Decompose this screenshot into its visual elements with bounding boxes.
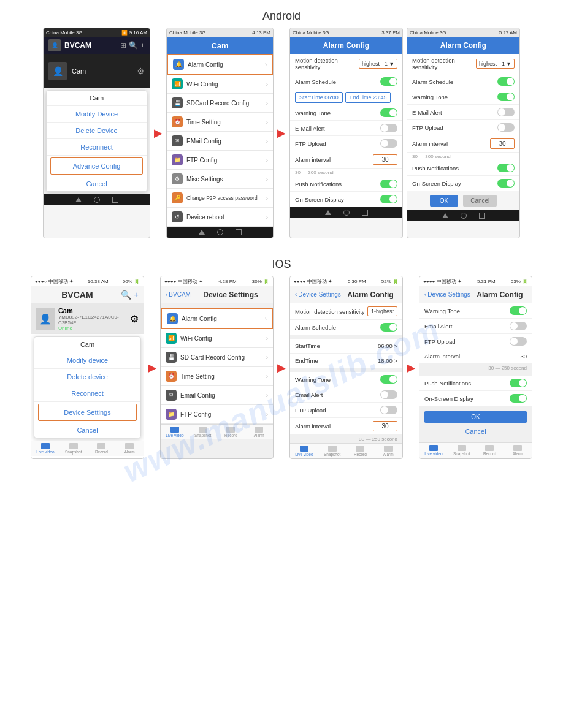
recent-btn-a4[interactable] bbox=[479, 213, 485, 219]
back-btn-a4[interactable] bbox=[442, 213, 448, 218]
back-ios-4[interactable]: ‹ Device Settings bbox=[424, 291, 470, 298]
start-time-btn-a3[interactable]: StartTime 06:00 bbox=[295, 92, 343, 103]
recent-btn-a2[interactable] bbox=[236, 229, 242, 235]
recent-btn-a1[interactable] bbox=[112, 197, 118, 203]
popup-reconnect-a1[interactable]: Reconnect bbox=[47, 139, 147, 156]
email-toggle-ios-4[interactable] bbox=[510, 322, 527, 330]
list-item-p2p-a2[interactable]: 🔑 Change P2P access password › bbox=[167, 189, 273, 208]
cancel-btn-ios-4[interactable]: Cancel bbox=[460, 425, 491, 438]
ios-tab-record-3[interactable]: Record bbox=[347, 444, 375, 458]
warning-toggle-ios-4[interactable] bbox=[510, 306, 527, 315]
list-alarm-ios-2[interactable]: 🔔 Alarm Config › bbox=[161, 308, 273, 329]
push-toggle-a4[interactable] bbox=[497, 164, 515, 172]
ios-tab-live-3[interactable]: Live video bbox=[290, 444, 318, 458]
ios-tab-snap-1[interactable]: Snapshot bbox=[59, 441, 88, 456]
ios-tab-live-4[interactable]: Live video bbox=[419, 443, 448, 458]
sensitivity-val-3[interactable]: 1-highest bbox=[367, 306, 397, 316]
list-time-ios-2[interactable]: ⏰ Time Setting › bbox=[161, 367, 273, 386]
list-email-ios-2[interactable]: ✉ Email Config › bbox=[161, 386, 273, 405]
list-item-reboot-a2[interactable]: ↺ Device reboot › bbox=[167, 208, 273, 227]
ios-tab-snap-4[interactable]: Snapshot bbox=[448, 443, 476, 458]
popup-advance-a1[interactable]: Advance Config bbox=[50, 157, 143, 175]
back-btn-a2[interactable] bbox=[199, 230, 205, 235]
popup-cancel-a1[interactable]: Cancel bbox=[47, 176, 147, 191]
ios-tab-record-2[interactable]: Record bbox=[217, 425, 245, 439]
ios-tab-alarm-2[interactable]: Alarm bbox=[245, 425, 273, 439]
ftp-toggle-a3[interactable] bbox=[380, 139, 397, 148]
add-ios-1[interactable]: + bbox=[134, 290, 139, 300]
ios-tab-alarm-4[interactable]: Alarm bbox=[504, 443, 532, 458]
warning-toggle-ios-3[interactable] bbox=[380, 375, 397, 384]
email-toggle-ios-3[interactable] bbox=[380, 390, 397, 399]
list-item-sd-a2[interactable]: 💾 SDCard Record Config › bbox=[167, 94, 273, 113]
push-toggle-a3[interactable] bbox=[380, 180, 397, 188]
settings-gear-ios-1[interactable]: ⚙ bbox=[130, 313, 139, 325]
home-btn-a2[interactable] bbox=[217, 229, 223, 235]
list-wifi-ios-2[interactable]: 📶 WiFi Config › bbox=[161, 329, 273, 348]
ok-btn-a4[interactable]: OK bbox=[430, 195, 458, 207]
ios-tab-alarm-3[interactable]: Alarm bbox=[374, 444, 402, 458]
list-item-time-a2[interactable]: ⏰ Time Setting › bbox=[167, 113, 273, 132]
list-item-ftp-a2[interactable]: 📁 FTP Config › bbox=[167, 151, 273, 170]
status-bar-a4: China Mobile 3G 5:27 AM bbox=[407, 28, 519, 37]
popup-reconnect-ios-1[interactable]: Reconnect bbox=[34, 385, 140, 402]
popup-delete-a1[interactable]: Delete Device bbox=[47, 123, 147, 139]
home-btn-a3[interactable] bbox=[343, 210, 350, 216]
starttime-val-3[interactable]: 06:00 > bbox=[378, 343, 397, 349]
popup-modify-ios-1[interactable]: Modify device bbox=[34, 352, 140, 369]
end-time-btn-a3[interactable]: EndTime 23:45 bbox=[345, 92, 391, 103]
endtime-val-3[interactable]: 18:00 > bbox=[378, 357, 397, 364]
popup-delete-ios-1[interactable]: Delete device bbox=[34, 369, 140, 385]
interval-input-ios-3[interactable] bbox=[373, 421, 397, 431]
cancel-btn-a4[interactable]: Cancel bbox=[463, 195, 497, 207]
push-toggle-ios-4[interactable] bbox=[510, 379, 527, 387]
ios-tab-snap-3[interactable]: Snapshot bbox=[318, 444, 347, 458]
ftp-toggle-ios-3[interactable] bbox=[380, 406, 397, 414]
ios-tab-live-1[interactable]: Live video bbox=[31, 441, 59, 456]
list-sd-ios-2[interactable]: 💾 SD Card Record Config › bbox=[161, 348, 273, 367]
ios-tab-record-4[interactable]: Record bbox=[476, 443, 504, 458]
search-ios-1[interactable]: 🔍 bbox=[121, 290, 131, 300]
back-btn-a3[interactable] bbox=[325, 210, 331, 215]
list-item-wifi-a2[interactable]: 📶 WiFi Config › bbox=[167, 75, 273, 94]
list-item-email-a2[interactable]: ✉ EMail Config › bbox=[167, 132, 273, 151]
popup-cancel-ios-1[interactable]: Cancel bbox=[34, 423, 140, 438]
ios-tab-alarm-1[interactable]: Alarm bbox=[115, 441, 144, 456]
schedule-toggle-ios-3[interactable] bbox=[380, 323, 397, 332]
grid-icon-a1[interactable]: ⊞ bbox=[120, 41, 126, 50]
email-toggle-a4[interactable] bbox=[497, 108, 515, 116]
list-ftp-ios-2[interactable]: 📁 FTP Config › bbox=[161, 405, 273, 424]
popup-modify-a1[interactable]: Modify Device bbox=[47, 106, 147, 123]
bell-icon-ios-2: 🔔 bbox=[167, 313, 178, 324]
home-btn-a4[interactable] bbox=[461, 213, 467, 219]
gear-a1[interactable]: ⚙ bbox=[137, 66, 145, 76]
ftp-toggle-a4[interactable] bbox=[497, 123, 515, 132]
interval-input-a3[interactable] bbox=[373, 154, 397, 165]
list-item-misc-a2[interactable]: ⚙ Misc Settings › bbox=[167, 170, 273, 189]
search-icon-a1[interactable]: 🔍 bbox=[129, 41, 138, 50]
email-toggle-a3[interactable] bbox=[380, 124, 397, 132]
ios-tab-snap-2[interactable]: Snapshot bbox=[189, 425, 217, 439]
back-btn-a1[interactable] bbox=[75, 197, 82, 202]
popup-devset-ios-1[interactable]: Device Settings bbox=[38, 404, 137, 421]
home-btn-a1[interactable] bbox=[94, 197, 100, 203]
add-icon-a1[interactable]: + bbox=[140, 41, 145, 50]
osd-toggle-a4[interactable] bbox=[497, 179, 515, 188]
ok-btn-ios-4[interactable]: OK bbox=[424, 411, 527, 423]
ftp-toggle-ios-4[interactable] bbox=[510, 337, 527, 346]
warning-toggle-a3[interactable] bbox=[380, 108, 397, 117]
schedule-toggle-a3[interactable] bbox=[380, 77, 397, 86]
ios-tab-live-2[interactable]: Live video bbox=[161, 425, 189, 439]
recent-btn-a3[interactable] bbox=[362, 210, 368, 216]
sensitivity-dropdown-a3[interactable]: highest - 1 ▼ bbox=[359, 59, 397, 69]
back-ios-2[interactable]: ‹ BVCAM bbox=[166, 291, 191, 298]
ios-tab-record-1[interactable]: Record bbox=[88, 441, 116, 456]
osd-toggle-ios-4[interactable] bbox=[510, 394, 527, 403]
list-item-alarm-a2[interactable]: 🔔 Alarm Config › bbox=[167, 54, 273, 75]
sensitivity-dropdown-a4[interactable]: highest - 1 ▼ bbox=[476, 59, 515, 69]
schedule-toggle-a4[interactable] bbox=[497, 77, 515, 86]
back-ios-3[interactable]: ‹ Device Settings bbox=[295, 291, 341, 298]
interval-input-a4[interactable] bbox=[490, 138, 515, 149]
osd-toggle-a3[interactable] bbox=[380, 195, 397, 203]
warning-toggle-a4[interactable] bbox=[497, 93, 515, 101]
